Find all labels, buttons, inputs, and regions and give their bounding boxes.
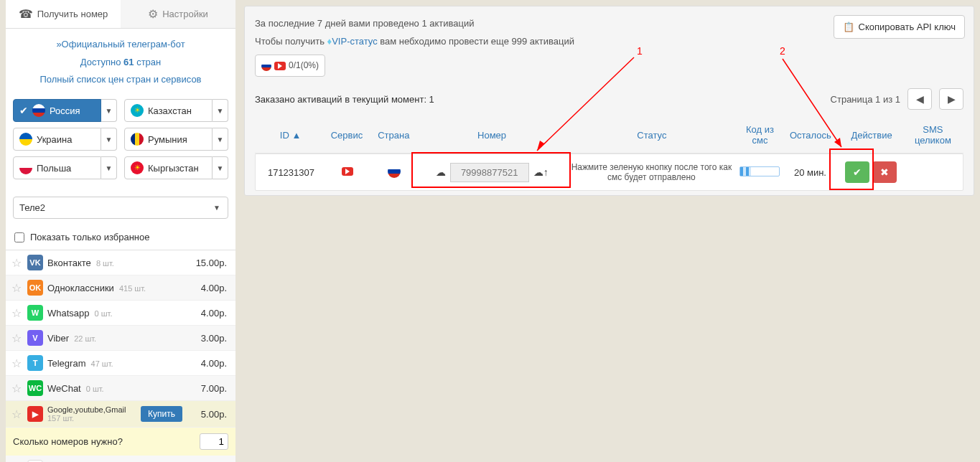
country-poland-dropdown[interactable]: ▼ <box>101 156 117 179</box>
service-price: 4.00р. <box>187 308 230 319</box>
th-service: Сервис <box>323 130 370 141</box>
flag-ru-icon <box>32 104 45 117</box>
activation-badge-text: 0/1(0%) <box>289 57 319 74</box>
youtube-icon <box>274 62 286 70</box>
service-price: 4.00р. <box>187 283 230 293</box>
service-price: 5.00р. <box>187 409 230 420</box>
service-icon: OK <box>27 280 43 296</box>
link-full-price-list[interactable]: Полный список цен стран и сервисов <box>39 74 201 85</box>
country-romania-dropdown[interactable]: ▼ <box>213 128 228 151</box>
sort-asc-icon: ▲ <box>291 130 301 141</box>
star-icon[interactable]: ☆ <box>11 407 23 421</box>
star-icon[interactable]: ☆ <box>11 281 23 295</box>
tab-settings[interactable]: ⚙Настройки <box>121 0 235 28</box>
gear-icon: ⚙ <box>148 7 158 21</box>
country-romania[interactable]: Румыния <box>124 128 213 151</box>
service-count: 22 шт. <box>72 334 96 343</box>
quantity-row: Сколько номеров нужно? <box>6 428 235 456</box>
service-count: 0 шт. <box>84 385 104 393</box>
flag-kg-icon: ☀ <box>131 161 144 174</box>
cloud-icon[interactable]: ☁ <box>436 166 446 178</box>
cloud-upload-icon[interactable]: ☁↑ <box>533 166 549 178</box>
th-country: Страна <box>370 130 417 141</box>
show-favorites-checkbox[interactable] <box>14 232 24 242</box>
service-row[interactable]: ☆▶Google,youtube,Gmail 157 шт.Купить5.00… <box>6 401 235 428</box>
clipboard-icon: 📋 <box>843 22 854 32</box>
service-row[interactable]: ☆VKВконтакте 8 шт.15.00р. <box>6 250 235 275</box>
service-row[interactable]: ☆⁙avito 514 шт.4.00р. <box>6 456 235 462</box>
buy-button[interactable]: Купить <box>141 406 182 422</box>
star-icon[interactable]: ☆ <box>11 256 23 270</box>
service-icon: ▶ <box>27 406 43 422</box>
table-header: ID ▲ Сервис Страна Номер Статус Код из с… <box>255 117 963 154</box>
cell-country <box>370 165 417 180</box>
copy-api-key-button[interactable]: 📋Скопировать API ключ <box>834 15 965 39</box>
service-name: Вконтакте 8 шт. <box>47 258 182 268</box>
pager: Страница 1 из 1 ◀ ▶ <box>831 88 963 110</box>
country-kazakhstan[interactable]: ☀Казахстан <box>124 99 213 122</box>
country-kyrgyzstan[interactable]: ☀Кыргызстан <box>124 156 213 179</box>
service-name: WeChat 0 шт. <box>47 383 182 394</box>
flag-ru-icon <box>388 165 401 178</box>
activations-table: ID ▲ Сервис Страна Номер Статус Код из с… <box>255 117 963 191</box>
star-icon[interactable]: ☆ <box>11 331 23 345</box>
country-kyrgyzstan-dropdown[interactable]: ▼ <box>213 156 228 179</box>
service-count: 0 шт. <box>93 309 113 318</box>
operator-select[interactable]: Теле2 <box>13 197 228 219</box>
country-ukraine[interactable]: Украина <box>13 128 101 151</box>
cell-number: ☁ ☁↑ <box>417 163 566 182</box>
country-picker: ✔Россия▼ ☀Казахстан▼ Украина▼ Румыния▼ П… <box>6 93 235 191</box>
cell-id: 171231307 <box>258 167 324 178</box>
service-price: 3.00р. <box>187 333 230 344</box>
quantity-input[interactable] <box>200 433 228 450</box>
service-icon: V <box>27 330 43 346</box>
service-price: 4.00р. <box>187 358 230 369</box>
page-prev-button[interactable]: ◀ <box>907 88 932 110</box>
service-name: Viber 22 шт. <box>47 333 182 344</box>
service-row[interactable]: ☆WCWeChat 0 шт.7.00р. <box>6 376 235 401</box>
country-kazakhstan-dropdown[interactable]: ▼ <box>213 99 228 122</box>
country-russia-dropdown[interactable]: ▼ <box>101 99 117 122</box>
service-name: Google,youtube,Gmail 157 шт. <box>47 405 136 423</box>
activation-badge[interactable]: 0/1(0%) <box>255 55 325 77</box>
th-action: Действие <box>839 130 905 141</box>
page-next-button[interactable]: ▶ <box>939 88 963 110</box>
country-poland[interactable]: Польша <box>13 156 101 179</box>
main-panel: 📋Скопировать API ключ За последние 7 дне… <box>244 6 974 196</box>
flag-kz-icon: ☀ <box>131 104 144 117</box>
cell-time-left: 20 мин. <box>783 167 838 178</box>
country-russia[interactable]: ✔Россия <box>13 99 101 122</box>
service-row[interactable]: ☆WWhatsapp 0 шт.4.00р. <box>6 301 235 326</box>
service-count: 47 шт. <box>88 359 113 368</box>
link-telegram-bot[interactable]: »Официальный телеграм-бот <box>56 39 185 50</box>
link-countries-available[interactable]: Доступно 61 стран <box>80 57 162 67</box>
tab-settings-label: Настройки <box>162 9 208 19</box>
service-row[interactable]: ☆VViber 22 шт.3.00р. <box>6 326 235 351</box>
service-list: ☆VKВконтакте 8 шт.15.00р.☆OKОдноклассник… <box>6 250 235 462</box>
confirm-button[interactable]: ✔ <box>845 161 869 183</box>
th-code: Код из смс <box>737 124 783 146</box>
copy-api-key-label: Скопировать API ключ <box>859 22 956 32</box>
service-row[interactable]: ☆OKОдноклассники 415 шт.4.00р. <box>6 275 235 301</box>
th-sms: SMS целиком <box>905 124 961 146</box>
phone-number-input[interactable] <box>450 163 529 182</box>
service-icon: W <box>27 305 43 321</box>
star-icon[interactable]: ☆ <box>11 357 23 370</box>
flag-ru-icon <box>261 61 271 71</box>
th-left: Осталось <box>783 130 838 141</box>
tab-get-number[interactable]: ☎Получить номер <box>6 0 121 28</box>
cell-actions: ✔✖ <box>838 161 905 183</box>
service-name: Telegram 47 шт. <box>47 358 182 369</box>
th-id[interactable]: ID ▲ <box>258 130 323 141</box>
star-icon[interactable]: ☆ <box>11 382 23 395</box>
sidebar: ☎Получить номер ⚙Настройки »Официальный … <box>6 0 235 462</box>
cell-code <box>737 166 783 179</box>
star-icon[interactable]: ☆ <box>11 306 23 320</box>
service-row[interactable]: ☆TTelegram 47 шт.4.00р. <box>6 351 235 376</box>
show-favorites-label: Показать только избранное <box>30 232 149 242</box>
country-ukraine-dropdown[interactable]: ▼ <box>101 128 117 151</box>
cancel-button[interactable]: ✖ <box>872 161 897 183</box>
phone-icon: ☎ <box>19 7 33 21</box>
service-count: 8 шт. <box>94 259 114 268</box>
service-icon: WC <box>27 380 43 396</box>
